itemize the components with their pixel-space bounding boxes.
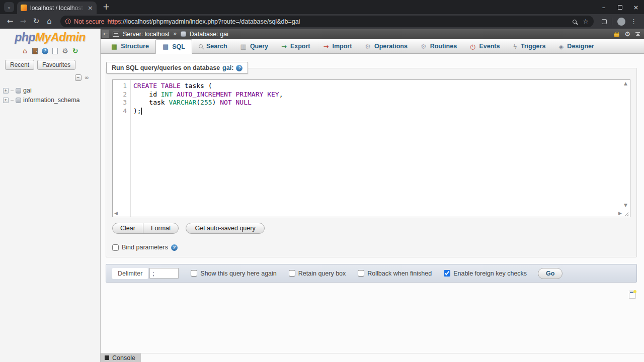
bind-parameters-label: Bind parameters (122, 244, 168, 251)
tab-title: localhost / localhost / g (30, 5, 85, 12)
legend-colon: : (231, 64, 233, 71)
tab-label: Import (332, 43, 352, 50)
collapse-all-icon[interactable]: − (75, 74, 82, 81)
recent-button[interactable]: Recent (5, 60, 34, 70)
bind-parameters-checkbox[interactable] (112, 244, 119, 251)
tab-export[interactable]: →Export (275, 39, 317, 53)
option-label: Show this query here again (200, 270, 276, 277)
console-button[interactable]: Console (101, 353, 141, 362)
bookmark-star-icon[interactable]: ☆ (583, 18, 589, 25)
forward-button[interactable]: → (17, 18, 29, 25)
scroll-top-icon[interactable] (635, 32, 640, 36)
get-autosaved-query-button[interactable]: Get auto-saved query (186, 223, 264, 234)
tab-close-icon[interactable]: × (88, 5, 93, 11)
database-icon (16, 88, 21, 94)
tab-import[interactable]: →Import (317, 39, 359, 53)
tab-label: Designer (567, 43, 594, 50)
tab-sql[interactable]: ▤SQL (155, 39, 192, 54)
format-button[interactable]: Format (143, 223, 179, 233)
browser-tab[interactable]: localhost / localhost / g × (17, 2, 97, 14)
option-checkbox[interactable] (444, 270, 450, 277)
tab-structure[interactable]: ▦Structure (105, 39, 155, 53)
scroll-left-icon[interactable]: ◀ (114, 211, 118, 216)
expand-icon[interactable]: + (3, 98, 9, 103)
zoom-icon[interactable] (573, 20, 577, 24)
breadcrumb-database[interactable]: Database: gai (190, 31, 228, 38)
url-scheme: https (107, 18, 121, 25)
text-caret (141, 108, 142, 115)
go-button[interactable]: Go (538, 268, 562, 279)
browser-menu-button[interactable]: ⋮ (630, 18, 637, 25)
back-button[interactable]: ← (4, 18, 16, 25)
favourites-button[interactable]: Favourites (37, 60, 75, 70)
profile-avatar[interactable] (617, 18, 625, 26)
tree-item-information-schema[interactable]: + information_schema (0, 96, 100, 105)
sql-window-icon[interactable] (51, 47, 59, 55)
breadcrumb-server[interactable]: Server: localhost (123, 31, 170, 38)
home-button[interactable]: ⌂ (43, 18, 55, 25)
query-icon: ▥ (240, 43, 247, 50)
tree-item-label[interactable]: information_schema (23, 97, 80, 104)
pma-logo[interactable]: phpMyAdmin (0, 31, 100, 44)
routines-icon: ⚙ (421, 43, 427, 50)
scroll-right-icon[interactable]: ▶ (618, 211, 622, 216)
tab-search[interactable]: Search (192, 39, 234, 53)
wrench-icon: ⚙ (365, 43, 371, 50)
door-icon (32, 48, 38, 54)
server-icon (113, 32, 119, 37)
home-icon[interactable]: ⌂ (21, 47, 29, 55)
close-window-button[interactable]: × (628, 4, 644, 11)
tab-operations[interactable]: ⚙Operations (358, 39, 414, 53)
option-label: Retain query box (298, 270, 346, 277)
tab-designer[interactable]: ◈Designer (552, 39, 601, 53)
reload-button[interactable]: ↻ (30, 18, 42, 25)
editor-code[interactable]: CREATE TABLE tasks ( id INT AUTO_INCREME… (131, 80, 630, 217)
logout-icon[interactable] (31, 47, 39, 55)
url-text: https://localhost/phpmyadmin/index.php?r… (107, 18, 300, 25)
tab-label: Events (479, 43, 500, 50)
logo-php: php (15, 31, 35, 44)
help-icon[interactable]: ? (171, 244, 178, 251)
option-foreign-key-checks[interactable]: Enable foreign key checks (444, 270, 527, 277)
tab-routines[interactable]: ⚙Routines (414, 39, 463, 53)
legend-database[interactable]: gai (222, 64, 231, 71)
address-bar[interactable]: ! Not secure https://localhost/phpmyadmi… (60, 16, 594, 27)
extensions-icon[interactable] (602, 19, 607, 24)
tab-search-button[interactable]: ⌄ (4, 2, 14, 12)
settings-icon[interactable]: ⚙ (61, 47, 69, 55)
maximize-button[interactable] (612, 4, 628, 11)
page-settings-icon[interactable]: ⚙ (624, 31, 630, 37)
option-checkbox[interactable] (289, 270, 295, 277)
tab-query[interactable]: ▥Query (234, 39, 275, 53)
resize-handle[interactable] (625, 212, 628, 216)
new-window-icon[interactable] (629, 291, 636, 299)
option-show-query[interactable]: Show this query here again (191, 270, 276, 277)
clear-button[interactable]: Clear (113, 223, 143, 233)
not-secure-badge[interactable]: Not secure (74, 18, 104, 25)
tree-item-label[interactable]: gai (23, 87, 32, 94)
database-icon (181, 31, 186, 37)
tree-controls: − ∞ (0, 74, 89, 81)
scroll-down-icon[interactable]: ▼ (624, 203, 627, 208)
option-checkbox[interactable] (191, 270, 197, 277)
help-icon[interactable]: ? (236, 65, 243, 71)
unlink-panels-icon[interactable]: ∞ (85, 75, 89, 80)
panel-toggle-button[interactable]: ← (102, 30, 109, 38)
sql-editor[interactable]: 1234 CREATE TABLE tasks ( id INT AUTO_IN… (112, 79, 630, 217)
refresh-icon[interactable]: ↻ (71, 47, 79, 55)
tab-triggers[interactable]: ϟTriggers (506, 39, 552, 53)
delimiter-input[interactable] (149, 268, 179, 279)
option-rollback[interactable]: Rollback when finished (358, 270, 432, 277)
new-tab-button[interactable]: + (103, 3, 110, 11)
scroll-up-icon[interactable]: ▲ (624, 81, 627, 86)
not-secure-icon: ! (65, 19, 71, 24)
option-checkbox[interactable] (358, 270, 364, 277)
minimize-button[interactable]: – (596, 4, 612, 11)
expand-icon[interactable]: + (3, 88, 9, 94)
tree-item-gai[interactable]: + gai (0, 86, 100, 96)
legend-text: Run SQL query/queries on database (112, 64, 220, 71)
tab-events[interactable]: ◷Events (463, 39, 506, 53)
console-icon (105, 355, 109, 360)
help-icon[interactable]: ? (41, 47, 49, 55)
option-retain-query-box[interactable]: Retain query box (289, 270, 346, 277)
